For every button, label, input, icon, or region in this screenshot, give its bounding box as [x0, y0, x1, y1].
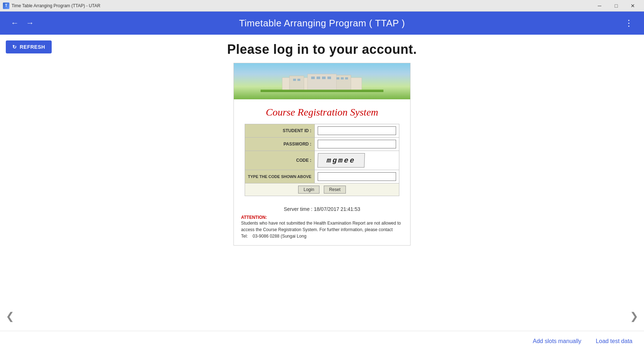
table-row: TYPE THE CODE SHOWN ABOVE	[245, 170, 399, 183]
btn-row-cell: Login Reset	[245, 183, 399, 196]
app-icon: T	[3, 3, 9, 9]
table-row: CODE : mgmee	[245, 151, 399, 170]
svg-rect-11	[341, 77, 344, 79]
svg-rect-7	[317, 77, 320, 79]
load-test-data-button[interactable]: Load test data	[596, 338, 632, 344]
app-icon-label: T	[5, 4, 7, 8]
building-svg	[261, 72, 383, 92]
login-form-wrap: STUDENT ID : PASSWORD : CODE : mgmee	[234, 124, 410, 202]
title-bar-left: T Time Table Arranging Program (TTAP) - …	[3, 3, 100, 9]
web-frame: Course Registration System STUDENT ID : …	[233, 63, 411, 246]
svg-rect-5	[297, 79, 300, 81]
add-slots-button[interactable]: Add slots manually	[533, 338, 581, 344]
title-bar-text: Time Table Arranging Program (TTAP) - UT…	[12, 3, 100, 8]
student-id-cell	[314, 124, 399, 138]
title-bar-controls: ─ □ ✕	[591, 0, 641, 12]
attention-box: ATTENTION: Students who have not submitt…	[241, 215, 403, 239]
login-button[interactable]: Login	[298, 186, 319, 194]
app-header: ← → Timetable Arranging Program ( TTAP )…	[0, 12, 644, 35]
bottom-bar: Add slots manually Load test data	[0, 331, 644, 351]
refresh-label: REFRESH	[20, 44, 45, 50]
attention-text: Students who have not submitted the Heal…	[241, 220, 403, 239]
carousel-right-button[interactable]: ❯	[630, 310, 638, 322]
svg-rect-6	[311, 77, 315, 79]
svg-rect-3	[308, 74, 336, 90]
attention-title: ATTENTION:	[241, 215, 403, 220]
password-label: PASSWORD :	[245, 138, 315, 151]
svg-rect-10	[336, 77, 339, 79]
app-title: Timetable Arranging Program ( TTAP )	[239, 18, 405, 29]
svg-rect-9	[327, 77, 331, 79]
refresh-icon: ↻	[12, 44, 17, 50]
login-table: STUDENT ID : PASSWORD : CODE : mgmee	[245, 124, 399, 196]
back-button[interactable]: ←	[7, 17, 22, 29]
title-bar: T Time Table Arranging Program (TTAP) - …	[0, 0, 644, 12]
forward-button[interactable]: →	[22, 17, 38, 29]
password-input[interactable]	[318, 140, 396, 148]
minimize-button[interactable]: ─	[591, 0, 608, 12]
table-row: STUDENT ID :	[245, 124, 399, 138]
svg-rect-1	[289, 76, 304, 90]
maximize-button[interactable]: □	[608, 0, 624, 12]
menu-button[interactable]: ⋮	[621, 17, 637, 30]
refresh-button[interactable]: ↻ REFRESH	[6, 40, 52, 53]
code-input-cell	[314, 170, 399, 183]
password-cell	[314, 138, 399, 151]
course-title: Course Registration System	[234, 99, 410, 124]
svg-rect-8	[322, 77, 326, 79]
captcha-input[interactable]	[318, 172, 396, 181]
svg-rect-12	[345, 77, 348, 79]
btn-row: Login Reset	[245, 183, 399, 196]
reset-button[interactable]: Reset	[324, 186, 346, 194]
student-id-label: STUDENT ID :	[245, 124, 315, 138]
svg-rect-14	[261, 90, 383, 92]
svg-rect-4	[293, 79, 296, 81]
page-heading: Please log in to your account.	[0, 35, 644, 57]
captcha-text: mgmee	[326, 156, 356, 165]
server-time: Server time : 18/07/2017 21:41:53	[234, 202, 410, 215]
captcha-cell: mgmee	[314, 151, 399, 170]
student-id-input[interactable]	[318, 126, 396, 135]
close-button[interactable]: ✕	[624, 0, 641, 12]
code-label: CODE :	[245, 151, 315, 170]
type-code-label: TYPE THE CODE SHOWN ABOVE	[245, 170, 315, 183]
captcha-image: mgmee	[317, 153, 365, 168]
table-row: PASSWORD :	[245, 138, 399, 151]
university-image	[234, 63, 410, 99]
carousel-left-button[interactable]: ❮	[6, 310, 14, 322]
main-content: ↻ REFRESH Please log in to your account.	[0, 35, 644, 351]
